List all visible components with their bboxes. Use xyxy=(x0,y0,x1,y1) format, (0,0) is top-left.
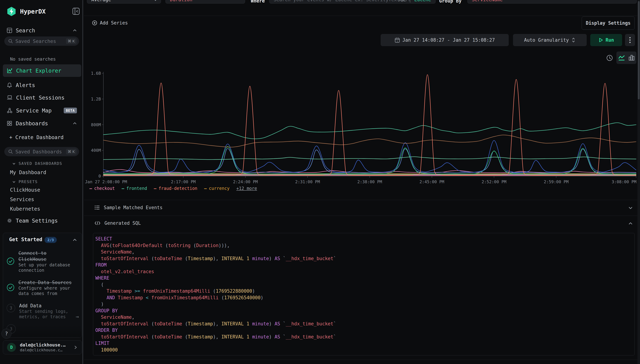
legend-swatch: — xyxy=(122,186,124,191)
get-started-items: Connect to ClickHouseSet up your databas… xyxy=(7,250,79,320)
group-by-input[interactable]: ServiceName xyxy=(467,0,637,4)
dashboards-icon xyxy=(7,121,12,126)
svg-text:1.2B: 1.2B xyxy=(91,97,101,101)
user-email: dale@clickhouse.c… xyxy=(20,348,69,352)
sidebar-item-clickhouse[interactable]: ClickHouse xyxy=(10,187,40,193)
svg-text:0: 0 xyxy=(98,174,101,178)
chevron-up-icon[interactable] xyxy=(628,221,633,226)
sql-line: SELECT xyxy=(95,236,634,242)
where-label: Where xyxy=(251,0,265,4)
play-icon xyxy=(598,38,603,42)
legend-label: currency xyxy=(209,186,230,191)
get-started-item-1[interactable]: Connect to ClickHouseSet up your databas… xyxy=(7,250,79,273)
svg-text:3:08:00 PM: 3:08:00 PM xyxy=(612,180,636,184)
sidebar-item-client-sessions[interactable]: Client Sessions xyxy=(3,92,81,103)
legend-item-fraud-detection[interactable]: —fraud-detection xyxy=(154,186,197,191)
svg-text:2:17:00 PM: 2:17:00 PM xyxy=(171,180,196,184)
query-filter-row: Average Duration Where Search your event… xyxy=(84,0,640,4)
sql-lucene-toggle[interactable]: SQL | Lucene xyxy=(397,0,431,2)
search-query-input[interactable]: Search your events w/ Lucene ex: Severit… xyxy=(269,0,436,4)
sql-line: LIMIT xyxy=(95,340,634,347)
bar-chart-icon[interactable] xyxy=(628,54,635,61)
sidebar-item-team-settings[interactable]: Team Settings xyxy=(3,215,81,226)
get-started-item-2[interactable]: Create Data SourcesConfigure where your … xyxy=(7,280,79,296)
chevron-down-icon xyxy=(12,180,16,184)
line-chart-icon[interactable] xyxy=(618,54,625,61)
add-series-button[interactable]: Add Series xyxy=(92,17,135,28)
legend-more-link[interactable]: +12 more xyxy=(236,186,257,191)
legend-label: frontend xyxy=(127,186,147,191)
saved-dashboards-input[interactable]: Saved Dashboards ⌘ K xyxy=(4,147,79,156)
sidebar-item-kubernetes[interactable]: Kubernetes xyxy=(10,206,40,212)
sql-line: GROUP BY xyxy=(95,308,634,314)
more-options-button[interactable] xyxy=(625,34,635,46)
presets-group[interactable]: PRESETS xyxy=(12,180,38,184)
chevron-down-icon xyxy=(153,0,158,2)
get-started-item-title: Add Data xyxy=(19,303,73,309)
code-icon xyxy=(95,220,101,226)
sql-line: ORDER BY xyxy=(95,327,634,334)
field-input[interactable]: Duration xyxy=(166,0,245,4)
get-started-card: Get Started 2/3 Connect to ClickHouseSet… xyxy=(3,233,82,338)
beta-badge: BETA xyxy=(64,108,77,113)
sidebar-item-alerts[interactable]: Alerts xyxy=(3,80,81,91)
user-name: dale@clickhouse.… xyxy=(20,342,69,348)
service-map-icon xyxy=(7,108,13,113)
chevron-updown-icon xyxy=(571,37,576,43)
timeseries-chart[interactable]: 0400M800M1.2B1.6BJan 27 2:08:00 PM2:17:0… xyxy=(77,70,638,188)
sql-line: Timestamp >= fromUnixTimestamp64Milli (1… xyxy=(95,288,634,294)
chevron-up-icon[interactable] xyxy=(72,237,78,242)
saved-searches-input[interactable]: Saved Searches ⌘ K xyxy=(4,36,79,46)
sql-line: ServiceName, xyxy=(95,249,634,255)
saved-dashboards-group[interactable]: SAVED DASHBOARDS xyxy=(12,161,62,166)
svg-text:1: 1 xyxy=(397,40,398,42)
legend-item-currency[interactable]: —currency xyxy=(204,186,230,191)
sample-matched-events-header[interactable]: Sample Matched Events xyxy=(95,205,163,210)
chart-explorer-icon xyxy=(7,68,13,74)
chevron-down-icon[interactable] xyxy=(628,205,633,210)
series-brown-mid xyxy=(103,135,636,147)
legend-item-frontend[interactable]: —frontend xyxy=(122,186,147,191)
generated-sql-code[interactable]: SELECT AVG(toFloat64OrDefault (toString … xyxy=(93,233,635,356)
logo[interactable]: HyperDX xyxy=(7,6,46,16)
help-button[interactable]: ? xyxy=(2,328,12,338)
sidebar-item-services[interactable]: Services xyxy=(10,196,34,202)
sidebar-item-my-dashboard[interactable]: My Dashboard xyxy=(10,170,46,176)
divider xyxy=(84,216,640,216)
generated-sql-header[interactable]: Generated SQL xyxy=(95,220,141,226)
sql-line: toStartOfInterval (toDateTime (Timestamp… xyxy=(95,255,634,262)
sql-line: 100000 xyxy=(95,347,634,353)
search-icon xyxy=(8,149,13,154)
date-range-picker[interactable]: 1 Jan 27 14:08:27 - Jan 27 15:08:27 xyxy=(381,34,509,46)
sidebar-item-service-map[interactable]: Service Map BETA xyxy=(3,105,81,116)
svg-text:400M: 400M xyxy=(91,148,101,153)
get-started-item-3[interactable]: 3Add DataStart sending logs, metrics, or… xyxy=(7,303,79,320)
get-started-item-title: Connect to ClickHouse xyxy=(19,250,72,262)
sql-line: ) xyxy=(95,301,634,308)
display-settings-button[interactable]: Display Settings xyxy=(582,16,635,30)
series-blue-secondary xyxy=(103,148,636,173)
sidebar-item-chart-explorer[interactable]: Chart Explorer xyxy=(3,64,81,77)
run-button[interactable]: Run xyxy=(590,34,622,46)
step-number: 3 xyxy=(7,304,15,312)
collapse-sidebar-icon[interactable] xyxy=(72,8,80,15)
aggregation-select[interactable]: Average xyxy=(87,0,161,4)
create-dashboard-button[interactable]: + Create Dashboard xyxy=(9,134,64,140)
legend-swatch: — xyxy=(154,186,156,191)
shortcut-badge: ⌘ K xyxy=(66,149,77,154)
granularity-select[interactable]: Auto Granularity xyxy=(513,34,587,46)
page-scrollbar-thumb[interactable] xyxy=(638,1,640,100)
legend-item-checkout[interactable]: —checkout xyxy=(90,186,115,191)
saved-dashboards-placeholder: Saved Dashboards xyxy=(16,149,64,154)
sidebar-section-dashboards[interactable]: Dashboards xyxy=(3,118,81,129)
user-menu[interactable]: D dale@clickhouse.… dale@clickhouse.c… xyxy=(3,340,82,354)
search-section-icon xyxy=(7,28,12,33)
sql-line: FROM xyxy=(95,262,634,268)
progress-badge: 2/3 xyxy=(45,237,57,243)
svg-text:2:24:00 PM: 2:24:00 PM xyxy=(233,180,258,184)
series-fraud-detection xyxy=(103,74,636,175)
sidebar: HyperDX Search Saved Searches ⌘ K No sav… xyxy=(0,0,84,364)
time-settings-icon[interactable] xyxy=(606,54,613,62)
sidebar-section-search[interactable]: Search xyxy=(3,25,81,36)
group-by-label: Group By xyxy=(439,0,461,4)
